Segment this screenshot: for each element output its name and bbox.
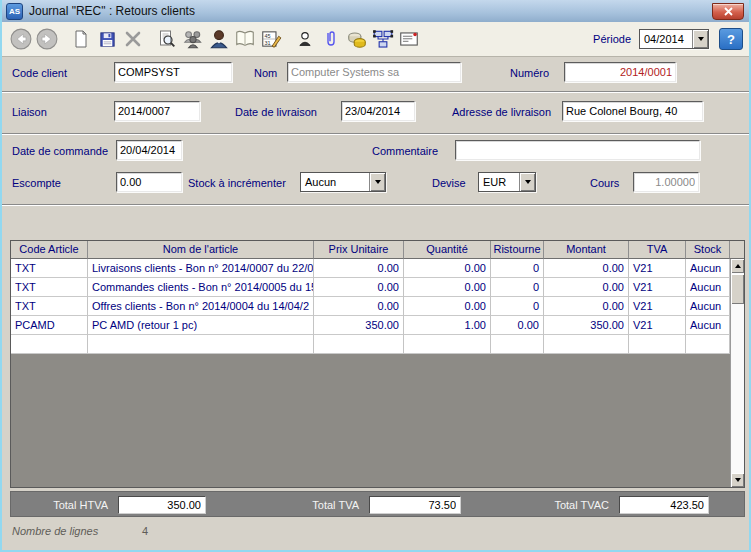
scroll-down-button[interactable]: [731, 473, 744, 487]
col-header-quantite[interactable]: Quantité: [404, 241, 491, 259]
clients-button[interactable]: [180, 25, 206, 53]
cell-prix[interactable]: 0.00: [314, 278, 404, 297]
cell-quantite[interactable]: 0.00: [404, 278, 491, 297]
close-button[interactable]: [712, 3, 744, 20]
cell-nom[interactable]: Commandes clients - Bon n° 2014/0005 du …: [88, 278, 314, 297]
total-tva-label: Total TVA: [294, 499, 359, 511]
network-button[interactable]: [370, 25, 396, 53]
escompte-field[interactable]: [116, 172, 182, 192]
scrollbar-thumb[interactable]: [731, 274, 744, 304]
cell-ristourne[interactable]: 0: [491, 259, 544, 278]
cell-code[interactable]: PCAMD: [11, 316, 88, 335]
preview-button[interactable]: [154, 25, 180, 53]
cell-quantite[interactable]: 0.00: [404, 297, 491, 316]
col-header-code-article[interactable]: Code Article: [11, 241, 88, 259]
help-button[interactable]: ?: [719, 28, 743, 50]
stock-incrementer-value: Aucun: [301, 173, 369, 191]
cell-tva[interactable]: V21: [629, 297, 686, 316]
cell-montant[interactable]: 350.00: [544, 316, 629, 335]
cell-quantite[interactable]: 0.00: [404, 259, 491, 278]
period-value: 04/2014: [640, 30, 692, 48]
delete-button[interactable]: [120, 25, 146, 53]
payment-button[interactable]: [344, 25, 370, 53]
cell-ristourne[interactable]: 0: [491, 278, 544, 297]
liaison-field[interactable]: [114, 101, 200, 121]
scroll-up-button[interactable]: [731, 259, 744, 273]
adresse-livraison-field[interactable]: [562, 101, 703, 121]
cell-code[interactable]: TXT: [11, 259, 88, 278]
save-button[interactable]: [94, 25, 120, 53]
cell-prix[interactable]: 350.00: [314, 316, 404, 335]
table-row[interactable]: TXT Livraisons clients - Bon n° 2014/000…: [11, 259, 730, 278]
forward-button[interactable]: [34, 25, 60, 53]
cell-tva[interactable]: V21: [629, 278, 686, 297]
cell-stock[interactable]: Aucun: [686, 297, 730, 316]
cell-montant[interactable]: 0.00: [544, 278, 629, 297]
cell-code[interactable]: TXT: [11, 297, 88, 316]
devise-dropdown-button[interactable]: [519, 173, 535, 191]
cell-montant[interactable]: 0.00: [544, 259, 629, 278]
table-vertical-scrollbar[interactable]: [730, 259, 744, 487]
cell-nom[interactable]: Livraisons clients - Bon n° 2014/0007 du…: [88, 259, 314, 278]
numero-field[interactable]: [564, 62, 676, 82]
nom-field: [287, 62, 461, 82]
col-header-montant[interactable]: Montant: [544, 241, 629, 259]
cell-prix[interactable]: 0.00: [314, 259, 404, 278]
cell-quantite[interactable]: 1.00: [404, 316, 491, 335]
table-header: Code Article Nom de l'article Prix Unita…: [11, 241, 744, 259]
adresse-livraison-label: Adresse de livraison: [452, 106, 551, 118]
chevron-down-icon: [525, 180, 531, 184]
date-livraison-field[interactable]: [341, 101, 415, 121]
col-header-nom-article[interactable]: Nom de l'article: [88, 241, 314, 259]
back-button[interactable]: [8, 25, 34, 53]
calendar-button[interactable]: 4531: [258, 25, 284, 53]
date-commande-field[interactable]: [116, 140, 182, 160]
commentaire-field[interactable]: [455, 140, 700, 160]
period-dropdown-button[interactable]: [692, 30, 708, 48]
mail-button[interactable]: [396, 25, 422, 53]
col-header-ristourne[interactable]: Ristourne: [491, 241, 544, 259]
person-button[interactable]: [292, 25, 318, 53]
clients-icon: [182, 28, 204, 50]
code-client-field[interactable]: [114, 62, 232, 82]
chevron-down-icon: [698, 37, 704, 41]
line-count-value: 4: [142, 525, 148, 537]
cell-montant[interactable]: 0.00: [544, 297, 629, 316]
escompte-label: Escompte: [12, 177, 61, 189]
col-header-tva[interactable]: TVA: [629, 241, 686, 259]
cell-ristourne[interactable]: 0.00: [491, 316, 544, 335]
line-items-table: Code Article Nom de l'article Prix Unita…: [10, 240, 745, 488]
title-bar[interactable]: AS Journal "REC" : Retours clients: [2, 0, 749, 23]
period-select[interactable]: 04/2014: [639, 29, 709, 49]
stock-incrementer-select[interactable]: Aucun: [300, 172, 386, 192]
cell-stock[interactable]: Aucun: [686, 259, 730, 278]
cell-tva[interactable]: V21: [629, 259, 686, 278]
cell-stock[interactable]: Aucun: [686, 278, 730, 297]
col-header-prix-unitaire[interactable]: Prix Unitaire: [314, 241, 404, 259]
network-icon: [372, 28, 394, 50]
cell-prix[interactable]: 0.00: [314, 297, 404, 316]
cell-stock[interactable]: Aucun: [686, 316, 730, 335]
empty-table-row[interactable]: [11, 335, 730, 354]
col-header-stock[interactable]: Stock: [686, 241, 730, 259]
devise-select[interactable]: EUR: [478, 172, 536, 192]
attachment-button[interactable]: [318, 25, 344, 53]
catalog-button[interactable]: [232, 25, 258, 53]
stock-incrementer-dropdown-button[interactable]: [369, 173, 385, 191]
cell-nom[interactable]: PC AMD (retour 1 pc): [88, 316, 314, 335]
cell-ristourne[interactable]: 0: [491, 297, 544, 316]
new-document-button[interactable]: [68, 25, 94, 53]
svg-text:31: 31: [264, 40, 270, 46]
status-bar: Nombre de lignes 4: [2, 517, 749, 550]
contact-button[interactable]: [206, 25, 232, 53]
table-row[interactable]: TXT Commandes clients - Bon n° 2014/0005…: [11, 278, 730, 297]
calendar-icon: 4531: [260, 28, 282, 50]
cell-nom[interactable]: Offres clients - Bon n° 2014/0004 du 14/…: [88, 297, 314, 316]
line-count-label: Nombre de lignes: [12, 525, 98, 537]
journal-window: AS Journal "REC" : Retours clients 4531 …: [0, 0, 751, 552]
devise-label: Devise: [432, 177, 466, 189]
cell-code[interactable]: TXT: [11, 278, 88, 297]
table-row[interactable]: PCAMD PC AMD (retour 1 pc) 350.00 1.00 0…: [11, 316, 730, 335]
cell-tva[interactable]: V21: [629, 316, 686, 335]
table-row[interactable]: TXT Offres clients - Bon n° 2014/0004 du…: [11, 297, 730, 316]
